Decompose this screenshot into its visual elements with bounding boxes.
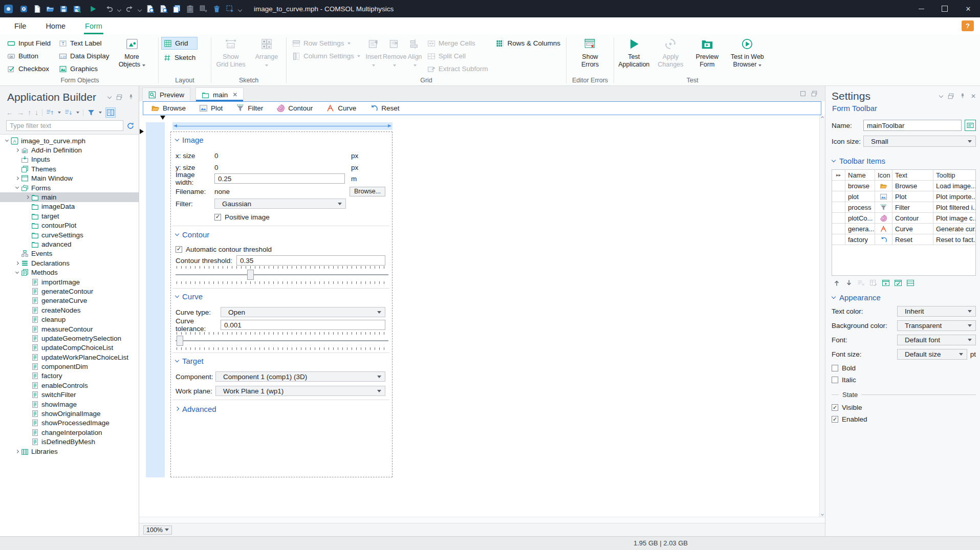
move-up-icon[interactable] <box>833 279 841 287</box>
tree-item-main[interactable]: main <box>0 192 139 202</box>
redo-dropdown-icon[interactable] <box>138 5 141 13</box>
input-field-button[interactable]: Input Field <box>5 37 53 50</box>
tree-expander-icon[interactable] <box>13 187 21 188</box>
font-size-dropdown[interactable]: Default size <box>897 349 967 360</box>
item-tooltip-cell[interactable]: Generate cur... <box>933 224 975 234</box>
item-tooltip-cell[interactable]: Plot image c... <box>933 213 975 224</box>
text-label-button[interactable]: TText Label <box>57 37 112 50</box>
open-file-icon[interactable] <box>46 5 55 13</box>
section-curve[interactable]: Curve <box>176 291 203 301</box>
table-row-handle[interactable] <box>832 213 845 224</box>
tab-form[interactable]: Form <box>84 17 103 34</box>
tree-item-Themes[interactable]: Themes <box>0 164 139 173</box>
save-as-icon[interactable] <box>73 5 81 13</box>
tree-expander-icon[interactable] <box>24 196 31 199</box>
add-toggle-item-icon[interactable] <box>882 279 890 287</box>
work-plane-dropdown[interactable]: Work Plane 1 (wp1) <box>215 386 385 396</box>
form-design-surface[interactable]: Image x: size0px y: size0px Image width:… <box>170 131 393 477</box>
run-icon[interactable] <box>89 5 97 13</box>
copy-icon[interactable] <box>172 5 181 13</box>
preview-form-button[interactable]: Preview Form <box>689 35 726 69</box>
tree-item-Methods[interactable]: Methods <box>0 268 139 277</box>
add-separator-item-icon[interactable] <box>906 279 914 287</box>
section-contour[interactable]: Contour <box>176 229 209 239</box>
move-down-icon[interactable]: ↓ <box>35 108 38 117</box>
filter-tree-icon[interactable] <box>87 108 95 117</box>
delete-icon[interactable] <box>212 5 221 13</box>
filter-dropdown[interactable]: Gaussian <box>214 199 346 209</box>
curve-tolerance-input[interactable]: 0.001 <box>221 320 385 330</box>
item-text-cell[interactable]: Contour <box>892 213 933 224</box>
table-row-handle[interactable] <box>832 224 845 234</box>
item-tooltip-cell[interactable]: Plot importe... <box>933 191 975 202</box>
item-name-cell[interactable]: process <box>845 202 875 213</box>
pin-icon[interactable] <box>959 93 966 100</box>
float-panel-icon[interactable] <box>116 94 123 101</box>
contour-threshold-input[interactable]: 0.35 <box>236 255 385 266</box>
plot-toolbar-button[interactable]: Plot <box>199 104 223 113</box>
enabled-checkbox[interactable] <box>832 416 838 423</box>
tree-item-contourPlot[interactable]: contourPlot <box>0 221 139 230</box>
name-edit-button[interactable] <box>965 120 976 131</box>
tree-item-image_to_curve.mph[interactable]: Aimage_to_curve.mph <box>0 136 139 145</box>
tree-item-Forms[interactable]: Forms <box>0 183 139 192</box>
tree-item-updateGeometrySelection[interactable]: updateGeometrySelection <box>0 334 139 343</box>
tree-expander-icon[interactable] <box>13 450 21 453</box>
preview-doc-icon[interactable] <box>146 5 155 13</box>
quick-access-customize-icon[interactable] <box>238 5 242 13</box>
tree-item-showImage[interactable]: showImage <box>0 400 139 409</box>
contour-slider-thumb[interactable] <box>247 270 254 280</box>
grid-row-marker[interactable] <box>140 129 144 134</box>
item-text-cell[interactable]: Plot <box>892 191 933 202</box>
tree-item-Declarations[interactable]: Declarations <box>0 258 139 268</box>
text-color-dropdown[interactable]: Inherit <box>897 306 976 317</box>
tree-item-importImage[interactable]: importImage <box>0 277 139 287</box>
panel-menu-icon[interactable] <box>107 94 112 98</box>
tree-item-showProcessedImage[interactable]: showProcessedImage <box>0 419 139 428</box>
grid-mode-button[interactable]: Grid <box>161 37 198 50</box>
data-display-button[interactable]: 1.23Data Display <box>57 50 112 62</box>
component-dropdown[interactable]: Component 1 (comp1) (3D) <box>215 371 385 382</box>
back-icon[interactable]: ← <box>6 108 13 117</box>
tab-home[interactable]: Home <box>45 17 67 34</box>
italic-checkbox[interactable] <box>832 377 838 383</box>
item-text-cell[interactable]: Reset <box>892 234 933 245</box>
grid-column-band[interactable] <box>172 122 393 130</box>
redo-icon[interactable] <box>125 5 134 13</box>
horizontal-scrollbar[interactable] <box>139 517 825 523</box>
table-row-handle[interactable] <box>832 191 845 202</box>
toolbar-items-table[interactable]: ▸▸NameIconTextTooltipbrowseBrowseLoad im… <box>832 169 976 276</box>
image-width-input[interactable]: 0.25 <box>214 173 345 184</box>
maximize-editor-icon[interactable] <box>799 90 807 97</box>
add-checkbox-item-icon[interactable] <box>894 279 902 287</box>
tree-item-Add-in Definition[interactable]: Add-in Definition <box>0 145 139 155</box>
appearance-header[interactable]: Appearance <box>832 293 976 302</box>
tree-filter-input[interactable] <box>6 120 123 131</box>
tree-item-imageData[interactable]: imageData <box>0 202 139 211</box>
positive-image-checkbox[interactable] <box>214 214 221 221</box>
section-advanced[interactable]: Advanced <box>176 404 216 414</box>
auto-threshold-checkbox[interactable] <box>176 246 182 253</box>
form-canvas[interactable]: Image x: size0px y: size0px Image width:… <box>139 115 825 517</box>
collapse-all-icon[interactable] <box>64 108 73 117</box>
refresh-icon[interactable] <box>126 122 135 130</box>
move-down-icon[interactable] <box>845 279 853 287</box>
icon-size-dropdown[interactable]: Small <box>863 136 976 147</box>
tree-item-factory[interactable]: factory <box>0 371 139 381</box>
model-wizard-icon[interactable] <box>19 5 28 13</box>
show-in-settings-toggle[interactable] <box>105 107 116 118</box>
minimize-button[interactable] <box>909 0 933 17</box>
float-panel-icon[interactable] <box>947 93 954 100</box>
tree-item-createNodes[interactable]: createNodes <box>0 305 139 315</box>
curve-slider-thumb[interactable] <box>177 336 183 346</box>
item-name-cell[interactable]: browse <box>845 181 875 191</box>
pin-icon[interactable] <box>127 94 135 101</box>
item-tooltip-cell[interactable]: Reset to fact... <box>933 234 975 245</box>
item-tooltip-cell[interactable]: Plot filtered i... <box>933 202 975 213</box>
background-color-dropdown[interactable]: Transparent <box>897 320 976 331</box>
select-icon[interactable] <box>226 5 234 13</box>
tab-file[interactable]: File <box>13 17 27 34</box>
item-name-cell[interactable]: plot <box>845 191 875 202</box>
tree-item-Inputs[interactable]: Inputs <box>0 155 139 164</box>
more-objects-button[interactable]: More Objects <box>114 35 150 69</box>
